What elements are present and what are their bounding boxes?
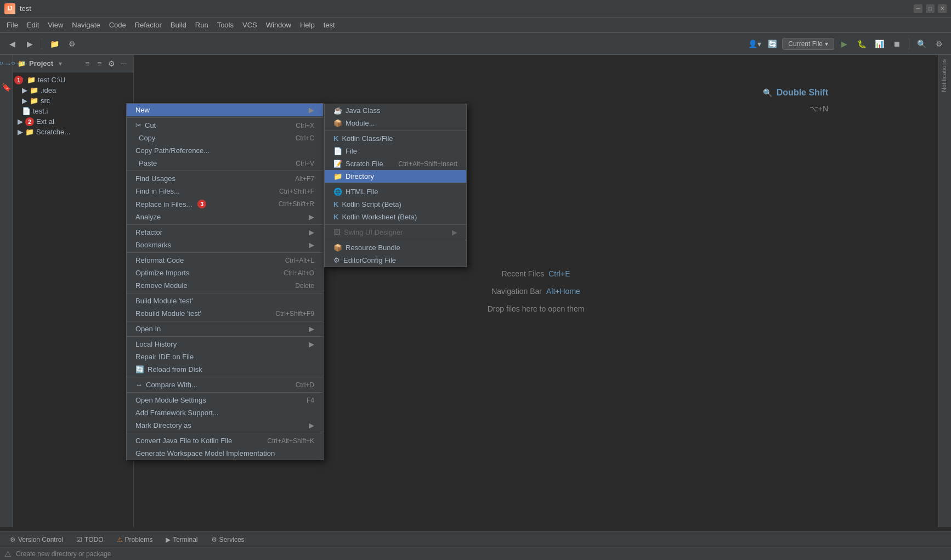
context-menu-optimize[interactable]: Optimize Imports Ctrl+Alt+O (127, 267, 323, 279)
profile-button[interactable]: 👤▾ (747, 36, 762, 52)
tab-problems[interactable]: ⚠ Problems (111, 534, 158, 545)
collapse-all[interactable]: ≡ (82, 58, 93, 69)
notifications-label[interactable]: Notifications (938, 55, 951, 97)
context-menu-convert-java[interactable]: Convert Java File to Kotlin File Ctrl+Al… (127, 434, 323, 447)
tree-item-testi[interactable]: 📄 test.i (13, 106, 133, 116)
menu-vcs[interactable]: VCS (238, 19, 262, 31)
coverage-button[interactable]: 📊 (871, 36, 887, 52)
new-swing-designer[interactable]: 🖼 Swing UI Designer ▶ (325, 226, 466, 239)
context-menu-add-framework[interactable]: Add Framework Support... (127, 406, 323, 419)
context-menu-compare-with[interactable]: ↔ Compare With... Ctrl+D (127, 378, 323, 391)
new-file[interactable]: 📄 File (325, 145, 466, 157)
context-menu-paste[interactable]: Paste Ctrl+V (127, 157, 323, 169)
context-menu-refactor[interactable]: Refactor ▶ (127, 226, 323, 239)
settings-gear[interactable]: ⚙ (931, 36, 947, 52)
find-usages-shortcut: Alt+F7 (295, 175, 314, 183)
context-menu-new[interactable]: New ▶ ☕ Java Class 📦 Module... K Kotlin … (127, 104, 323, 116)
menu-code[interactable]: Code (105, 19, 131, 31)
recent-files-hint: Recent Files Ctrl+E (501, 269, 570, 278)
new-module[interactable]: 📦 Module... (325, 117, 466, 129)
search-button[interactable]: 🔍 (914, 36, 929, 52)
menu-build[interactable]: Build (166, 19, 191, 31)
reload-icon: 🔄 (135, 365, 144, 374)
new-html-file[interactable]: 🌐 HTML File (325, 185, 466, 198)
bottom-tabs: ⚙ Version Control ☑ TODO ⚠ Problems ▶ Te… (0, 531, 951, 547)
new-scratch-file[interactable]: 📝 Scratch File Ctrl+Alt+Shift+Insert (325, 157, 466, 170)
new-java-class[interactable]: ☕ Java Class (325, 104, 466, 117)
convert-java-label: Convert Java File to Kotlin File (135, 437, 232, 445)
file-icon: 📄 (333, 147, 342, 155)
new-directory[interactable]: 📁 Directory (325, 170, 466, 183)
context-menu-analyze[interactable]: Analyze ▶ (127, 211, 323, 223)
context-menu-replace-files[interactable]: Replace in Files... 3 Ctrl+Shift+R (127, 197, 323, 211)
cut-shortcut: Ctrl+X (296, 122, 314, 129)
context-menu-open-in[interactable]: Open In ▶ (127, 323, 323, 335)
panel-settings[interactable]: ⚙ (106, 58, 117, 69)
paste-label: Paste (139, 159, 157, 167)
menu-tools[interactable]: Tools (213, 19, 238, 31)
context-menu-copy-path[interactable]: Copy Path/Reference... (127, 144, 323, 157)
tree-item-idea[interactable]: ▶ 📁 .idea (13, 85, 133, 95)
context-menu-find-files[interactable]: Find in Files... Ctrl+Shift+F (127, 185, 323, 197)
close-button[interactable]: ✕ (938, 4, 947, 13)
tab-terminal[interactable]: ▶ Terminal (160, 534, 203, 545)
menu-edit[interactable]: Edit (22, 19, 43, 31)
context-menu-build-module[interactable]: Build Module 'test' (127, 295, 323, 307)
cut-label: Cut (145, 121, 156, 129)
context-menu-mark-directory[interactable]: Mark Directory as ▶ (127, 419, 323, 432)
context-menu-bookmarks[interactable]: Bookmarks ▶ (127, 239, 323, 251)
menu-file[interactable]: File (2, 19, 22, 31)
menu-test[interactable]: test (319, 19, 339, 31)
tree-item-external[interactable]: ▶ 📁 Ext 2 al (13, 116, 133, 127)
debug-button[interactable]: 🐛 (854, 36, 869, 52)
ctx-sep-9 (127, 392, 323, 393)
menu-navigate[interactable]: Navigate (67, 19, 104, 31)
context-menu-reformat[interactable]: Reformat Code Ctrl+Alt+L (127, 254, 323, 267)
tab-services[interactable]: ⚙ Services (206, 534, 250, 545)
menu-refactor[interactable]: Refactor (131, 19, 166, 31)
new-editorconfig[interactable]: ⚙ EditorConfig File (325, 254, 466, 267)
context-menu-repair-ide[interactable]: Repair IDE on File (127, 350, 323, 363)
toolbar-project[interactable]: 📁 (47, 36, 62, 52)
project-icon[interactable]: Project (1, 57, 13, 69)
context-menu-module-settings[interactable]: Open Module Settings F4 (127, 394, 323, 406)
new-kotlin-class[interactable]: K Kotlin Class/File (325, 132, 466, 145)
tree-item-src[interactable]: ▶ 📁 src (13, 95, 133, 106)
new-resource-bundle[interactable]: 📦 Resource Bundle (325, 241, 466, 254)
context-menu-copy[interactable]: Copy Ctrl+C (127, 132, 323, 144)
toolbar-settings[interactable]: ⚙ (64, 36, 80, 52)
current-file-button[interactable]: Current File ▾ (782, 38, 834, 50)
swing-icon: 🖼 (333, 228, 341, 236)
refactor-arrow: ▶ (309, 228, 314, 236)
menu-window[interactable]: Window (262, 19, 296, 31)
context-menu-find-usages[interactable]: Find Usages Alt+F7 (127, 172, 323, 185)
tree-item-test[interactable]: ▼ 📁 test C:\U 1 (13, 75, 133, 85)
expand-all[interactable]: ≡ (94, 58, 105, 69)
context-menu-remove-module[interactable]: Remove Module Delete (127, 279, 323, 292)
run-button[interactable]: ▶ (836, 36, 852, 52)
menu-run[interactable]: Run (191, 19, 213, 31)
context-menu-cut[interactable]: ✂ Cut Ctrl+X (127, 119, 323, 132)
tab-todo[interactable]: ☑ TODO (71, 534, 109, 545)
minimize-button[interactable]: ─ (914, 4, 922, 13)
toolbar-back[interactable]: ◀ (4, 36, 20, 52)
version-control-icon: ⚙ (10, 536, 16, 544)
stop-button[interactable]: ⏹ (889, 36, 904, 52)
context-menu-rebuild-module[interactable]: Rebuild Module 'test' Ctrl+Shift+F9 (127, 307, 323, 320)
menu-view[interactable]: View (43, 19, 67, 31)
ctx-sep-5 (127, 293, 323, 293)
toolbar-forward[interactable]: ▶ (22, 36, 37, 52)
panel-minimize[interactable]: ─ (118, 58, 129, 69)
new-kotlin-worksheet[interactable]: K Kotlin Worksheet (Beta) (325, 211, 466, 223)
tab-version-control[interactable]: ⚙ Version Control (4, 534, 69, 545)
context-menu-generate-workspace[interactable]: Generate Workspace Model Implementation (127, 447, 323, 460)
menu-help[interactable]: Help (296, 19, 319, 31)
replace-files-label: Replace in Files... (135, 200, 192, 208)
context-menu-local-history[interactable]: Local History ▶ (127, 338, 323, 350)
bookmarks-icon[interactable]: 🔖 (1, 81, 13, 93)
update-button[interactable]: 🔄 (765, 36, 780, 52)
new-kotlin-script[interactable]: K Kotlin Script (Beta) (325, 198, 466, 211)
maximize-button[interactable]: □ (926, 4, 935, 13)
tree-item-scratch[interactable]: ▶ 📁 Scratche... (13, 127, 133, 137)
context-menu-reload-disk[interactable]: 🔄 Reload from Disk (127, 363, 323, 376)
